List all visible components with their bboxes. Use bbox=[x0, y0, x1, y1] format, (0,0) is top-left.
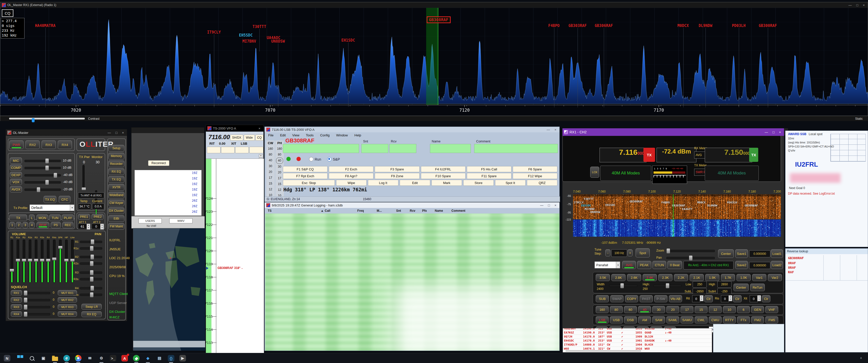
band-select[interactable]: 30 bbox=[275, 164, 284, 170]
pan-slider[interactable] bbox=[80, 247, 102, 250]
volume-slider[interactable]: R4 bbox=[46, 236, 50, 283]
spot-row[interactable]: M0BZGRM14198.0 313°USB ✔1853 VO1EBD↓-40 bbox=[563, 328, 712, 331]
pan-slider[interactable] bbox=[80, 278, 102, 280]
volume-slider[interactable]: SPK bbox=[58, 236, 62, 283]
waterfall-spot-label[interactable]: PD03LH bbox=[727, 201, 737, 204]
close-button[interactable]: × bbox=[554, 128, 556, 132]
close-button[interactable]: × bbox=[863, 3, 865, 7]
band-select[interactable]: 17 bbox=[266, 175, 275, 181]
waterfall-spot-label[interactable]: EA4GTY bbox=[682, 207, 692, 211]
wwv-button[interactable]: WWV bbox=[169, 218, 192, 223]
tx-a-button[interactable]: TX bbox=[644, 148, 655, 162]
log-column-header[interactable]: Comment bbox=[452, 209, 465, 212]
minimize-button[interactable]: — bbox=[540, 203, 544, 207]
audio-chain-button[interactable]: COMP bbox=[10, 165, 22, 171]
volume-slider[interactable]: R3s bbox=[40, 236, 44, 283]
mode-button[interactable]: FM5 bbox=[765, 317, 778, 323]
band-button[interactable]: VHF bbox=[765, 306, 778, 313]
close-button[interactable]: × bbox=[258, 127, 260, 130]
rit-stepper[interactable]: 0▴▾ bbox=[692, 295, 700, 302]
dx-spot-label[interactable]: IT9CLY bbox=[207, 30, 221, 35]
dx-spot-label[interactable]: T30TTT bbox=[253, 25, 266, 29]
band-select[interactable]: 30 bbox=[266, 163, 275, 169]
log-titlebar[interactable]: 9/8/2025 19:29:47Z General Logging - ham… bbox=[265, 202, 559, 208]
sdr-titlebar[interactable]: RX1 - CH2 — □ × bbox=[562, 128, 784, 136]
menu-button[interactable]: EiBi bbox=[108, 215, 124, 222]
menu-button[interactable]: FW Maint bbox=[108, 223, 124, 230]
dx-spot-label[interactable]: M0DCX bbox=[678, 24, 689, 28]
olmaster-titlebar[interactable]: OL-Master — □ × bbox=[6, 129, 127, 136]
vfo-op-button[interactable]: COPY bbox=[625, 295, 638, 302]
close-button[interactable]: × bbox=[122, 131, 124, 135]
taskbar-icon[interactable]: e bbox=[63, 354, 71, 362]
center-button[interactable]: Center bbox=[718, 249, 734, 258]
att2-stepper[interactable]: 0▴▾ bbox=[92, 224, 101, 229]
waterfall-spot-label[interactable]: EH1SDC bbox=[605, 203, 615, 207]
mode-button[interactable]: CWU bbox=[709, 317, 722, 323]
spectrum-plot[interactable]: HA40MATRAIT9CLYT30TTTEH5SDCUA4AOCMI7BNVU… bbox=[0, 8, 868, 105]
filter-width-button[interactable]: 2.1K bbox=[690, 274, 704, 281]
lookup-result[interactable]: 8RAF bbox=[788, 266, 796, 269]
mode-button[interactable]: AM bbox=[638, 317, 651, 323]
dx-spot-label[interactable]: EH5SDC bbox=[239, 33, 253, 38]
callsign-input[interactable] bbox=[283, 144, 359, 153]
vfo-op-button[interactable]: SUB bbox=[596, 295, 609, 302]
vfo-op-button[interactable]: SWAP bbox=[610, 295, 623, 302]
log-grid-blurred[interactable] bbox=[265, 213, 559, 351]
rx-power-button[interactable]: RX2 bbox=[26, 140, 40, 149]
band-select[interactable]: 40 bbox=[266, 158, 275, 163]
taskbar-icon[interactable]: A bbox=[121, 354, 129, 362]
band-button[interactable]: 17 bbox=[681, 306, 693, 313]
log-column-header[interactable]: TS bbox=[268, 209, 272, 212]
function-key-button[interactable]: F6 Spare bbox=[513, 166, 557, 172]
dx-spot-label[interactable]: DL9NDW bbox=[699, 24, 712, 28]
waterfall-spot-label[interactable]: T30TTT bbox=[584, 197, 594, 201]
att1-stepper[interactable]: 61▴▾ bbox=[78, 224, 87, 229]
volume-slider[interactable]: R2s bbox=[28, 236, 32, 283]
action-button[interactable]: Store bbox=[463, 180, 494, 186]
function-key-button[interactable]: F5 His Call bbox=[467, 166, 512, 172]
function-key-button[interactable]: F8 Agn? bbox=[329, 173, 373, 179]
rit-clear-button[interactable]: Clr bbox=[704, 295, 713, 302]
taskbar-icon[interactable]: {} bbox=[167, 354, 175, 362]
log-column-header[interactable]: Snt bbox=[396, 209, 401, 212]
load2-button[interactable]: Load2 bbox=[771, 261, 783, 269]
mute-rx-button[interactable]: MUT RX2 bbox=[58, 297, 77, 302]
spot-button[interactable]: Spot bbox=[636, 248, 650, 257]
users-button[interactable]: USERS bbox=[138, 218, 162, 223]
function-key-button[interactable]: F10 Spare bbox=[421, 173, 466, 179]
band-button[interactable]: 12 bbox=[709, 306, 722, 313]
minimize-button[interactable]: — bbox=[108, 131, 111, 135]
zoom-slider[interactable] bbox=[666, 250, 715, 252]
band-button[interactable]: 15 bbox=[695, 306, 708, 313]
band-select[interactable]: 80 bbox=[266, 152, 275, 158]
avg-button[interactable]: AVG bbox=[622, 261, 636, 269]
tray-chevron-icon[interactable]: ∧ bbox=[860, 356, 862, 360]
reverse-lookup-titlebar[interactable]: Reverse lookup bbox=[785, 249, 868, 254]
volume-slider[interactable]: R1 bbox=[10, 236, 14, 283]
action-button[interactable]: QRZ bbox=[527, 180, 557, 186]
taskbar-icon[interactable]: ▤ bbox=[155, 354, 163, 362]
audio-chain-button[interactable]: DEXP bbox=[10, 172, 22, 178]
action-button[interactable]: Log It bbox=[368, 180, 398, 186]
taskbar-icon[interactable]: ▣ bbox=[39, 354, 48, 362]
band-select[interactable]: 17 bbox=[275, 175, 284, 181]
close-button[interactable]: × bbox=[779, 130, 781, 134]
shift-slider[interactable] bbox=[653, 285, 682, 287]
action-button[interactable]: Wipe bbox=[336, 180, 367, 186]
mode-button[interactable]: SAML bbox=[666, 317, 679, 323]
mute-rx-button[interactable]: MUT RX3 bbox=[58, 304, 77, 309]
dx-spot-label[interactable]: GB306RAF bbox=[595, 24, 613, 28]
mode-button[interactable]: DSB bbox=[624, 317, 637, 323]
ris-stepper[interactable]: 0▴▾ bbox=[721, 295, 729, 302]
squelch-slider[interactable] bbox=[25, 313, 50, 316]
band-button[interactable]: 80 bbox=[610, 306, 623, 313]
audio-chain-button[interactable]: AVOX bbox=[10, 186, 22, 192]
rcv-input[interactable] bbox=[389, 144, 416, 153]
band-button[interactable]: 10 bbox=[723, 306, 736, 313]
cfc-button[interactable]: CFC bbox=[59, 196, 70, 203]
tx-control-button[interactable]: 1 bbox=[9, 222, 15, 228]
tx-control-button[interactable]: RF/IF bbox=[37, 222, 49, 228]
tx-control-button[interactable]: MON bbox=[37, 214, 48, 221]
high-value[interactable]: 2650 bbox=[717, 281, 732, 288]
